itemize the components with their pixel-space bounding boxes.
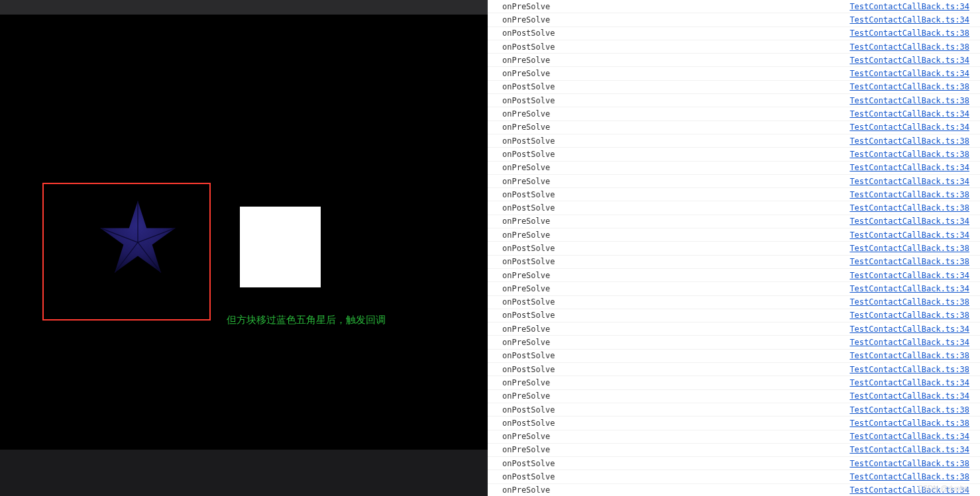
log-row: onPreSolveTestContactCallBack.ts:34 — [488, 430, 980, 444]
log-source-link[interactable]: TestContactCallBack.ts:38 — [849, 136, 969, 146]
log-source-link[interactable]: TestContactCallBack.ts:34 — [849, 2, 969, 11]
log-row: onPostSolveTestContactCallBack.ts:38 — [488, 188, 980, 201]
log-message: onPreSolve — [502, 230, 550, 240]
log-row: onPreSolveTestContactCallBack.ts:34 — [488, 175, 980, 188]
log-source-link[interactable]: TestContactCallBack.ts:38 — [849, 365, 969, 374]
log-source-link[interactable]: TestContactCallBack.ts:38 — [849, 405, 969, 415]
log-source-link[interactable]: TestContactCallBack.ts:38 — [849, 203, 969, 213]
log-source-link[interactable]: TestContactCallBack.ts:34 — [849, 69, 969, 78]
log-source-link[interactable]: TestContactCallBack.ts:38 — [849, 257, 969, 266]
log-source-link[interactable]: TestContactCallBack.ts:38 — [849, 459, 969, 468]
log-message: onPreSolve — [502, 2, 550, 11]
log-source-link[interactable]: TestContactCallBack.ts:34 — [849, 284, 969, 293]
annotation-text: 但方块移过蓝色五角星后，触发回调 — [227, 314, 386, 326]
log-row: onPreSolveTestContactCallBack.ts:34 — [488, 444, 980, 457]
log-row: onPostSolveTestContactCallBack.ts:38 — [488, 350, 980, 363]
log-row: onPreSolveTestContactCallBack.ts:34 — [488, 215, 980, 228]
log-message: onPostSolve — [502, 405, 555, 415]
log-message: onPostSolve — [502, 96, 555, 105]
log-source-link[interactable]: TestContactCallBack.ts:34 — [849, 432, 969, 441]
log-row: onPreSolveTestContactCallBack.ts:34 — [488, 0, 980, 13]
log-source-link[interactable]: TestContactCallBack.ts:38 — [849, 42, 969, 52]
log-source-link[interactable]: TestContactCallBack.ts:34 — [849, 217, 969, 226]
log-message: onPostSolve — [502, 419, 555, 428]
log-source-link[interactable]: TestContactCallBack.ts:34 — [849, 338, 969, 347]
log-source-link[interactable]: TestContactCallBack.ts:38 — [849, 190, 969, 199]
log-message: onPreSolve — [502, 338, 550, 347]
log-row: onPreSolveTestContactCallBack.ts:34 — [488, 107, 980, 121]
log-row: onPostSolveTestContactCallBack.ts:38 — [488, 363, 980, 376]
log-source-link[interactable]: TestContactCallBack.ts:38 — [849, 28, 969, 38]
log-row: onPostSolveTestContactCallBack.ts:38 — [488, 417, 980, 430]
white-square-sprite[interactable] — [240, 207, 321, 287]
log-message: onPreSolve — [502, 217, 550, 226]
log-source-link[interactable]: TestContactCallBack.ts:34 — [849, 56, 969, 65]
log-message: onPreSolve — [502, 177, 550, 186]
game-bottom-bar — [0, 450, 488, 496]
log-source-link[interactable]: TestContactCallBack.ts:38 — [849, 96, 969, 105]
log-row: onPreSolveTestContactCallBack.ts:34 — [488, 376, 980, 389]
log-message: onPreSolve — [502, 123, 550, 132]
log-row: onPreSolveTestContactCallBack.ts:34 — [488, 282, 980, 295]
log-message: onPreSolve — [502, 15, 550, 25]
log-row: onPreSolveTestContactCallBack.ts:34 — [488, 228, 980, 242]
log-row: onPostSolveTestContactCallBack.ts:38 — [488, 148, 980, 161]
blue-star-sprite[interactable] — [98, 199, 178, 278]
log-message: onPostSolve — [502, 42, 555, 52]
log-row: onPreSolveTestContactCallBack.ts:34 — [488, 67, 980, 80]
log-row: onPostSolveTestContactCallBack.ts:38 — [488, 470, 980, 483]
log-row: onPostSolveTestContactCallBack.ts:38 — [488, 27, 980, 40]
log-source-link[interactable]: TestContactCallBack.ts:34 — [849, 177, 969, 186]
log-message: onPostSolve — [502, 472, 555, 481]
log-source-link[interactable]: TestContactCallBack.ts:34 — [849, 378, 969, 387]
log-source-link[interactable]: TestContactCallBack.ts:38 — [849, 311, 969, 320]
log-row: onPreSolveTestContactCallBack.ts:34 — [488, 54, 980, 67]
log-source-link[interactable]: TestContactCallBack.ts:38 — [849, 419, 969, 428]
log-message: onPreSolve — [502, 69, 550, 78]
log-source-link[interactable]: TestContactCallBack.ts:38 — [849, 297, 969, 307]
log-message: onPreSolve — [502, 485, 550, 495]
log-source-link[interactable]: TestContactCallBack.ts:34 — [849, 230, 969, 240]
log-source-link[interactable]: TestContactCallBack.ts:34 — [849, 163, 969, 172]
log-source-link[interactable]: TestContactCallBack.ts:34 — [849, 109, 969, 119]
log-message: onPostSolve — [502, 351, 555, 360]
log-source-link[interactable]: TestContactCallBack.ts:34 — [849, 391, 969, 401]
log-source-link[interactable]: TestContactCallBack.ts:34 — [849, 324, 969, 334]
log-source-link[interactable]: TestContactCallBack.ts:38 — [849, 82, 969, 91]
log-message: onPostSolve — [502, 82, 555, 91]
log-row: onPostSolveTestContactCallBack.ts:38 — [488, 403, 980, 417]
log-message: onPreSolve — [502, 432, 550, 441]
log-source-link[interactable]: TestContactCallBack.ts:34 — [849, 485, 969, 495]
log-message: onPostSolve — [502, 28, 555, 38]
log-row: onPreSolveTestContactCallBack.ts:34 — [488, 336, 980, 349]
log-row: onPreSolveTestContactCallBack.ts:34 — [488, 322, 980, 336]
console-panel[interactable]: onPreSolveTestContactCallBack.ts:34onPre… — [488, 0, 980, 496]
log-source-link[interactable]: TestContactCallBack.ts:34 — [849, 123, 969, 132]
log-source-link[interactable]: TestContactCallBack.ts:34 — [849, 271, 969, 280]
log-source-link[interactable]: TestContactCallBack.ts:38 — [849, 351, 969, 360]
log-row: onPostSolveTestContactCallBack.ts:38 — [488, 40, 980, 54]
log-row: onPreSolveTestContactCallBack.ts:34 — [488, 162, 980, 175]
log-row: onPreSolveTestContactCallBack.ts:34 — [488, 13, 980, 26]
log-message: onPostSolve — [502, 190, 555, 199]
log-list: onPreSolveTestContactCallBack.ts:34onPre… — [488, 0, 980, 496]
log-source-link[interactable]: TestContactCallBack.ts:38 — [849, 150, 969, 159]
log-message: onPreSolve — [502, 378, 550, 387]
log-source-link[interactable]: TestContactCallBack.ts:34 — [849, 445, 969, 454]
game-preview-panel: 但方块移过蓝色五角星后，触发回调 — [0, 0, 488, 496]
log-message: onPreSolve — [502, 109, 550, 119]
log-row: onPreSolveTestContactCallBack.ts:34 — [488, 484, 980, 496]
log-source-link[interactable]: TestContactCallBack.ts:34 — [849, 15, 969, 25]
log-source-link[interactable]: TestContactCallBack.ts:38 — [849, 472, 969, 481]
game-toolbar — [0, 0, 488, 15]
game-canvas[interactable]: 但方块移过蓝色五角星后，触发回调 — [0, 15, 488, 450]
log-source-link[interactable]: TestContactCallBack.ts:38 — [849, 244, 969, 253]
log-message: onPostSolve — [502, 459, 555, 468]
log-message: onPostSolve — [502, 203, 555, 213]
log-row: onPostSolveTestContactCallBack.ts:38 — [488, 256, 980, 269]
log-row: onPostSolveTestContactCallBack.ts:38 — [488, 94, 980, 107]
log-message: onPreSolve — [502, 284, 550, 293]
star-icon — [98, 199, 178, 278]
log-row: onPostSolveTestContactCallBack.ts:38 — [488, 309, 980, 322]
log-row: onPreSolveTestContactCallBack.ts:34 — [488, 269, 980, 282]
